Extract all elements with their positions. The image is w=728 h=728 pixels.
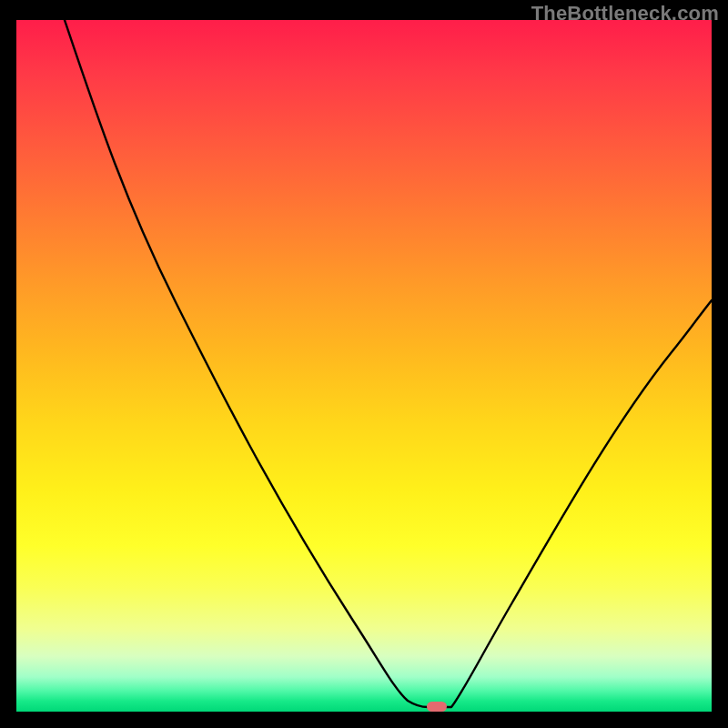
plot-area: [16, 20, 712, 712]
bottleneck-curve: [65, 20, 712, 707]
optimum-marker: [427, 702, 447, 712]
chart-frame: TheBottleneck.com: [0, 0, 728, 728]
curve-svg: [16, 20, 712, 712]
